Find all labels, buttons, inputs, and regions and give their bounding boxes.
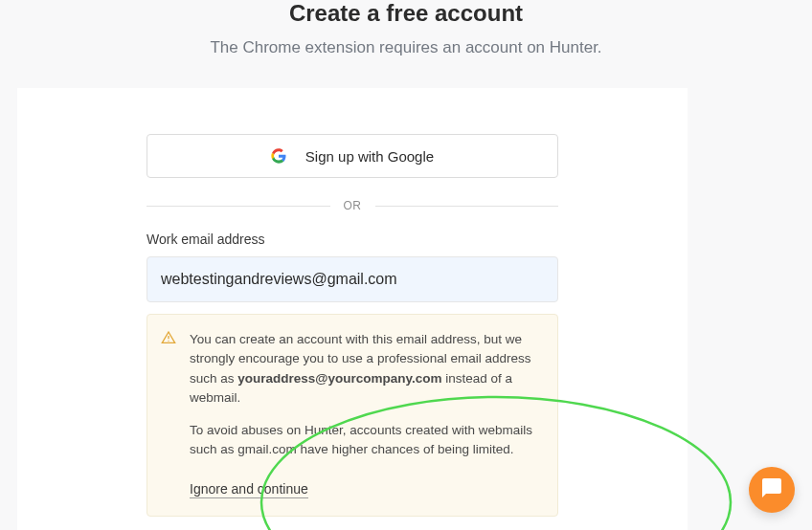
signup-card: Sign up with Google OR Work email addres… bbox=[17, 88, 688, 530]
warning-box: You can create an account with this emai… bbox=[147, 314, 558, 517]
svg-point-1 bbox=[168, 341, 169, 342]
page-title: Create a free account bbox=[0, 0, 812, 27]
divider-text: OR bbox=[330, 199, 375, 212]
email-label: Work email address bbox=[147, 232, 558, 247]
divider-line-right bbox=[375, 206, 559, 207]
warning-icon bbox=[161, 330, 176, 345]
ignore-continue-link[interactable]: Ignore and continue bbox=[190, 481, 308, 498]
warning-text-2: To avoid abuses on Hunter, accounts crea… bbox=[190, 421, 540, 460]
google-signup-label: Sign up with Google bbox=[305, 148, 434, 165]
google-signup-button[interactable]: Sign up with Google bbox=[147, 134, 558, 178]
email-input[interactable] bbox=[147, 256, 558, 302]
chat-icon bbox=[760, 476, 783, 503]
warning-text-1: You can create an account with this emai… bbox=[190, 330, 540, 408]
divider: OR bbox=[147, 199, 558, 212]
page-subtitle: The Chrome extension requires an account… bbox=[0, 38, 812, 57]
divider-line-left bbox=[147, 206, 330, 207]
chat-widget-button[interactable] bbox=[749, 467, 795, 513]
google-icon bbox=[271, 148, 286, 164]
